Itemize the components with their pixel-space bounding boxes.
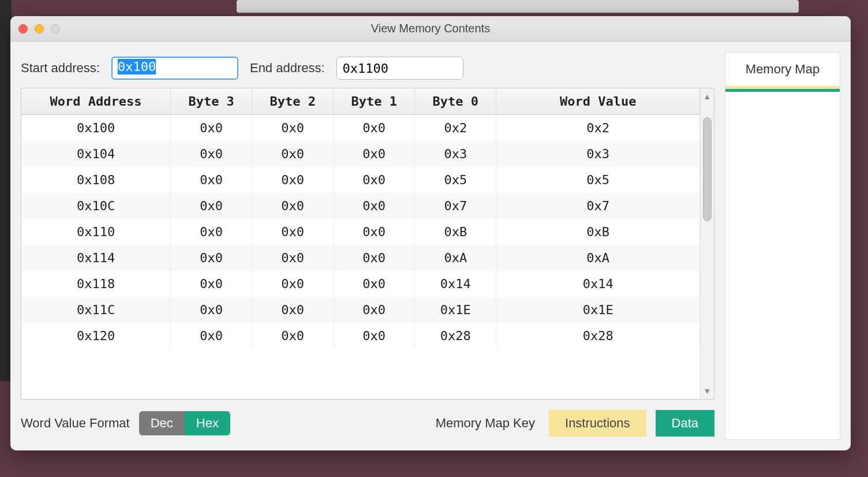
cell-addr: 0x10C (21, 193, 171, 219)
cell-b2: 0x0 (252, 323, 334, 349)
table-row[interactable]: 0x1040x00x00x00x30x3 (21, 141, 700, 167)
cell-val: 0xB (496, 219, 700, 245)
scroll-down-icon[interactable]: ▼ (701, 386, 714, 396)
cell-b0: 0xA (415, 245, 496, 271)
col-byte0[interactable]: Byte 0 (415, 88, 496, 115)
cell-b0: 0x7 (415, 193, 496, 219)
window-title: View Memory Contents (10, 22, 851, 35)
format-toggle: Dec Hex (139, 411, 230, 435)
cell-val: 0x3 (496, 141, 700, 167)
scroll-up-icon[interactable]: ▲ (701, 92, 714, 101)
cell-val: 0x7 (496, 193, 700, 219)
cell-b3: 0x0 (171, 297, 252, 323)
cell-b2: 0x0 (252, 271, 334, 297)
memory-map-title: Memory Map (725, 53, 840, 86)
cell-addr: 0x100 (21, 115, 171, 141)
cell-addr: 0x11C (21, 297, 171, 323)
cell-val: 0xA (496, 245, 700, 271)
cell-b2: 0x0 (252, 193, 334, 219)
cell-b3: 0x0 (171, 245, 252, 271)
key-data-button[interactable]: Data (656, 410, 714, 437)
minimize-icon[interactable] (35, 24, 44, 33)
cell-b2: 0x0 (252, 115, 334, 141)
cell-val: 0x5 (496, 167, 700, 193)
close-icon[interactable] (18, 24, 28, 33)
col-word-address[interactable]: Word Address (21, 88, 171, 115)
background-bar (237, 0, 799, 13)
cell-b0: 0xB (415, 219, 496, 245)
table-row[interactable]: 0x1080x00x00x00x50x5 (21, 167, 700, 193)
cell-val: 0x1E (496, 297, 700, 323)
table-row[interactable]: 0x1180x00x00x00x140x14 (21, 271, 700, 297)
cell-b1: 0x0 (334, 141, 415, 167)
cell-val: 0x2 (496, 115, 700, 141)
col-byte3[interactable]: Byte 3 (171, 88, 252, 115)
cell-b2: 0x0 (252, 167, 334, 193)
memory-map-legend-bars (725, 86, 840, 92)
start-address-label: Start address: (21, 61, 100, 76)
table-row[interactable]: 0x1000x00x00x00x20x2 (21, 115, 700, 141)
cell-b0: 0x14 (415, 271, 496, 297)
cell-addr: 0x110 (21, 219, 171, 245)
background-editor (0, 0, 12, 381)
titlebar: View Memory Contents (10, 16, 851, 42)
cell-b1: 0x0 (334, 245, 415, 271)
cell-b3: 0x0 (171, 167, 252, 193)
cell-b0: 0x2 (415, 115, 496, 141)
cell-addr: 0x108 (21, 167, 171, 193)
cell-val: 0x14 (496, 271, 700, 297)
start-address-input[interactable]: 0x100 (111, 57, 238, 80)
memory-view-dialog: View Memory Contents Start address: 0x10… (10, 16, 851, 450)
scrollbar-thumb[interactable] (703, 117, 712, 221)
cell-b1: 0x0 (334, 297, 415, 323)
scrollbar[interactable]: ▲ ▼ (700, 88, 714, 399)
footer-controls: Word Value Format Dec Hex Memory Map Key… (21, 400, 714, 440)
cell-b2: 0x0 (252, 297, 334, 323)
cell-addr: 0x120 (21, 323, 171, 349)
memory-table-container: Word Address Byte 3 Byte 2 Byte 1 Byte 0… (21, 88, 714, 400)
memory-table: Word Address Byte 3 Byte 2 Byte 1 Byte 0… (21, 88, 700, 349)
cell-b0: 0x1E (415, 297, 496, 323)
cell-b0: 0x3 (415, 141, 496, 167)
table-row[interactable]: 0x11C0x00x00x00x1E0x1E (21, 297, 700, 323)
cell-b0: 0x28 (415, 323, 496, 349)
address-range-row: Start address: 0x100 End address: (21, 52, 714, 88)
cell-b2: 0x0 (252, 245, 334, 271)
cell-b3: 0x0 (171, 323, 252, 349)
cell-b1: 0x0 (334, 193, 415, 219)
cell-addr: 0x114 (21, 245, 171, 271)
cell-b3: 0x0 (171, 193, 252, 219)
table-row[interactable]: 0x1140x00x00x00xA0xA (21, 245, 700, 271)
maximize-icon (51, 24, 60, 33)
end-address-input[interactable] (336, 57, 463, 80)
memory-map-data-bar (725, 89, 840, 92)
cell-val: 0x28 (496, 323, 700, 349)
cell-b2: 0x0 (252, 141, 334, 167)
key-instructions-button[interactable]: Instructions (549, 410, 646, 437)
table-row[interactable]: 0x1100x00x00x00xB0xB (21, 219, 700, 245)
memory-map-key-label: Memory Map Key (436, 416, 535, 431)
cell-addr: 0x118 (21, 271, 171, 297)
table-row[interactable]: 0x10C0x00x00x00x70x7 (21, 193, 700, 219)
start-address-value: 0x100 (118, 59, 156, 74)
end-address-label: End address: (250, 61, 325, 76)
cell-b3: 0x0 (171, 219, 252, 245)
cell-addr: 0x104 (21, 141, 171, 167)
col-byte2[interactable]: Byte 2 (252, 88, 334, 115)
cell-b0: 0x5 (415, 167, 496, 193)
cell-b1: 0x0 (334, 219, 415, 245)
format-hex-button[interactable]: Hex (185, 411, 230, 435)
table-row[interactable]: 0x1200x00x00x00x280x28 (21, 323, 700, 349)
cell-b3: 0x0 (171, 141, 252, 167)
cell-b2: 0x0 (252, 219, 334, 245)
cell-b3: 0x0 (171, 115, 252, 141)
window-controls (10, 24, 60, 33)
col-word-value[interactable]: Word Value (496, 88, 700, 115)
cell-b1: 0x0 (334, 167, 415, 193)
format-dec-button[interactable]: Dec (139, 411, 185, 435)
cell-b1: 0x0 (334, 271, 415, 297)
memory-map-panel: Memory Map (725, 52, 840, 440)
cell-b3: 0x0 (171, 271, 252, 297)
cell-b1: 0x0 (334, 323, 415, 349)
col-byte1[interactable]: Byte 1 (334, 88, 415, 115)
